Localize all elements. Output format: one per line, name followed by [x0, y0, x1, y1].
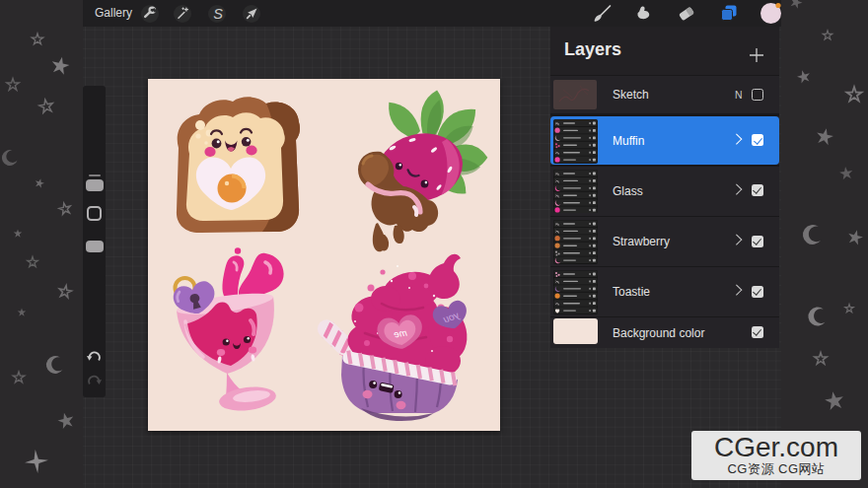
svg-text:me: me: [394, 327, 408, 340]
svg-text:S: S: [213, 6, 223, 22]
